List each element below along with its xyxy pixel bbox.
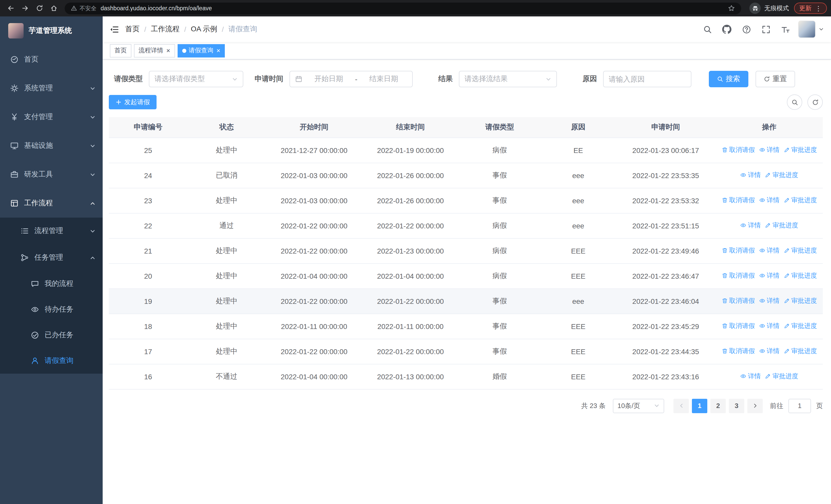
approval-progress-link[interactable]: 审批进度 (765, 221, 798, 230)
approval-progress-link[interactable]: 审批进度 (765, 372, 798, 381)
detail-link[interactable]: 详情 (759, 347, 779, 356)
detail-link[interactable]: 详情 (759, 297, 779, 305)
trash-icon (721, 348, 727, 354)
github-button[interactable] (717, 17, 737, 42)
detail-link[interactable]: 详情 (759, 271, 779, 280)
fullscreen-icon (762, 25, 770, 34)
cell-status: 处理中 (188, 339, 266, 364)
sidebar-item-done-tasks[interactable]: 已办任务 (0, 322, 103, 348)
forward-button[interactable] (19, 2, 32, 15)
page-unit-label: 页 (816, 401, 823, 410)
breadcrumb-separator: / (184, 25, 186, 33)
reset-button[interactable]: 重置 (755, 71, 795, 87)
tab-home[interactable]: 首页 (110, 44, 132, 57)
page-button-1[interactable]: 1 (692, 398, 707, 413)
refresh-table-button[interactable] (807, 94, 823, 110)
bookmark-star-icon[interactable] (728, 5, 735, 12)
apply-time-range-picker[interactable]: 开始日期 - 结束日期 (289, 71, 413, 87)
page-size-value: 10条/页 (618, 401, 640, 410)
approval-progress-link[interactable]: 审批进度 (783, 196, 817, 205)
header-search-button[interactable] (697, 17, 717, 42)
detail-link[interactable]: 详情 (740, 221, 761, 230)
sidebar-item-workflow[interactable]: 工作流程 (0, 189, 103, 217)
reason-input[interactable] (603, 71, 691, 87)
create-leave-button[interactable]: 发起请假 (109, 95, 156, 109)
home-button[interactable] (47, 2, 61, 15)
cancel-leave-link[interactable]: 取消请假 (721, 271, 755, 280)
app-logo[interactable]: 芋道管理系统 (0, 17, 103, 45)
goto-page-input[interactable] (789, 398, 811, 413)
edit-icon (765, 223, 771, 229)
fullscreen-button[interactable] (756, 17, 776, 42)
sidebar-item-leave-query[interactable]: 请假查询 (0, 348, 103, 374)
page-size-select[interactable]: 10条/页 (613, 398, 664, 413)
cancel-leave-link[interactable]: 取消请假 (721, 322, 755, 330)
sidebar-item-infrastructure[interactable]: 基础设施 (0, 131, 103, 160)
table-row: 25处理中2021-12-27 00:00:002022-01-19 00:00… (109, 138, 823, 163)
approval-progress-link[interactable]: 审批进度 (783, 271, 817, 280)
right-toolbar (782, 94, 823, 110)
sidebar-item-todo-tasks[interactable]: 待办任务 (0, 297, 103, 322)
approval-progress-link[interactable]: 审批进度 (783, 297, 817, 305)
detail-link[interactable]: 详情 (759, 246, 779, 255)
detail-link[interactable]: 详情 (759, 322, 779, 330)
sidebar-item-my-process[interactable]: 我的流程 (0, 271, 103, 297)
browser-menu-icon[interactable]: ⋮ (815, 4, 822, 12)
leave-type-select[interactable]: 请选择请假类型 (149, 71, 243, 87)
sidebar-item-system-mgmt[interactable]: 系统管理 (0, 74, 103, 102)
user-icon (31, 357, 39, 365)
approval-progress-link[interactable]: 审批进度 (783, 146, 817, 154)
approval-progress-link[interactable]: 审批进度 (783, 322, 817, 330)
breadcrumb-item-workflow[interactable]: 工作流程 (151, 25, 180, 34)
toggle-search-button[interactable] (787, 94, 802, 110)
cancel-leave-link[interactable]: 取消请假 (721, 146, 755, 154)
cell-operations: 取消请假详情审批进度 (716, 238, 823, 263)
sidebar-toggle[interactable] (103, 17, 125, 42)
cancel-leave-link[interactable]: 取消请假 (721, 297, 755, 305)
update-button[interactable]: 更新 ⋮ (794, 3, 827, 14)
address-bar[interactable]: 不安全 dashboard.yudao.iocoder.cn/bpm/oa/le… (65, 2, 741, 14)
page-button-3[interactable]: 3 (729, 398, 744, 413)
result-select[interactable]: 请选择流结果 (459, 71, 557, 87)
sidebar-item-payment-mgmt[interactable]: 支付管理 (0, 102, 103, 131)
cancel-leave-link[interactable]: 取消请假 (721, 347, 755, 356)
approval-progress-link[interactable]: 审批进度 (783, 347, 817, 356)
sidebar-item-home[interactable]: 首页 (0, 45, 103, 74)
back-button[interactable] (4, 2, 18, 15)
user-menu[interactable] (798, 21, 824, 38)
sidebar-item-task-mgmt[interactable]: 任务管理 (0, 244, 103, 271)
chevron-down-icon (819, 27, 824, 32)
next-page-button[interactable] (747, 398, 763, 413)
prev-page-button[interactable] (674, 398, 689, 413)
approval-progress-link[interactable]: 审批进度 (783, 246, 817, 255)
detail-link[interactable]: 详情 (740, 171, 761, 180)
breadcrumb-item-home[interactable]: 首页 (125, 25, 140, 34)
navbar-actions (697, 17, 831, 42)
detail-link[interactable]: 详情 (759, 196, 779, 205)
cell-apply-id: 16 (109, 364, 188, 389)
detail-link[interactable]: 详情 (759, 146, 779, 154)
sidebar-item-process-mgmt[interactable]: 流程管理 (0, 217, 103, 244)
sidebar: 芋道管理系统 首页 系统管理 支付管理 基础设施 (0, 17, 103, 504)
sidebar-item-dev-tools[interactable]: 研发工具 (0, 160, 103, 189)
close-icon[interactable]: × (166, 47, 170, 54)
cancel-leave-link[interactable]: 取消请假 (721, 246, 755, 255)
main-area: 首页 / 工作流程 / OA 示例 / 请假查询 (103, 17, 831, 504)
avatar[interactable] (798, 21, 815, 38)
cell-status: 处理中 (188, 263, 266, 289)
approval-progress-link[interactable]: 审批进度 (765, 171, 798, 180)
tab-leave-query[interactable]: 请假查询 × (177, 44, 225, 57)
close-icon[interactable]: × (216, 47, 220, 54)
tab-process-detail[interactable]: 流程详情 × (134, 44, 175, 57)
breadcrumb-item-oa-example[interactable]: OA 示例 (191, 25, 218, 34)
cancel-leave-link[interactable]: 取消请假 (721, 196, 755, 205)
cell-leave-type: 事假 (459, 289, 541, 314)
page-button-2[interactable]: 2 (710, 398, 726, 413)
font-size-button[interactable] (776, 17, 795, 42)
table-row: 17处理中2022-01-22 00:00:002022-01-22 00:00… (109, 339, 823, 364)
detail-link[interactable]: 详情 (740, 372, 761, 381)
security-warning[interactable]: 不安全 (71, 4, 96, 12)
reload-button[interactable] (33, 2, 46, 15)
help-button[interactable] (737, 17, 756, 42)
search-button[interactable]: 搜索 (709, 71, 748, 87)
